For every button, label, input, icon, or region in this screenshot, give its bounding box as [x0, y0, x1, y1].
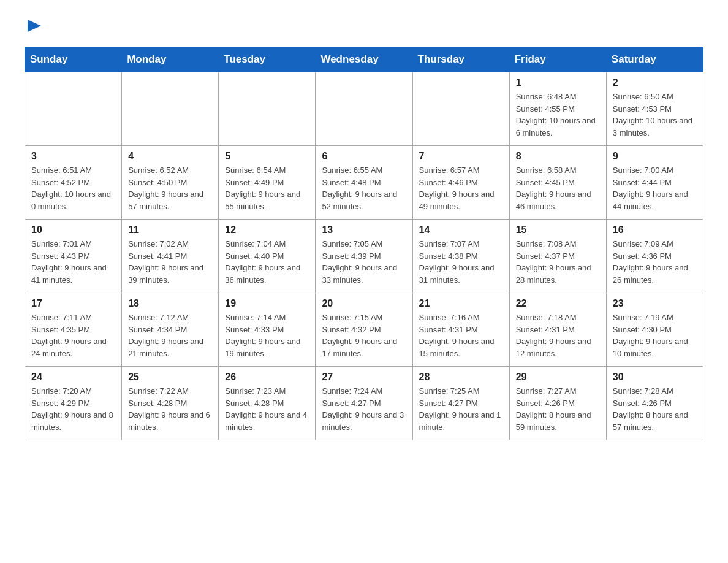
day-info: Sunrise: 7:20 AMSunset: 4:29 PMDaylight:…: [31, 385, 115, 433]
day-info: Sunrise: 6:48 AMSunset: 4:55 PMDaylight:…: [516, 91, 600, 139]
calendar-cell: [412, 72, 509, 146]
day-info: Sunrise: 6:57 AMSunset: 4:46 PMDaylight:…: [419, 164, 503, 212]
calendar-cell: 17Sunrise: 7:11 AMSunset: 4:35 PMDayligh…: [25, 293, 122, 367]
calendar-week-row-2: 3Sunrise: 6:51 AMSunset: 4:52 PMDaylight…: [25, 146, 703, 220]
day-info: Sunrise: 7:28 AMSunset: 4:26 PMDaylight:…: [613, 385, 697, 433]
calendar-cell: 7Sunrise: 6:57 AMSunset: 4:46 PMDaylight…: [412, 146, 509, 220]
calendar-cell: 13Sunrise: 7:05 AMSunset: 4:39 PMDayligh…: [316, 220, 412, 293]
day-number: 5: [225, 151, 309, 162]
calendar-week-row-4: 17Sunrise: 7:11 AMSunset: 4:35 PMDayligh…: [25, 293, 703, 367]
day-info: Sunrise: 6:55 AMSunset: 4:48 PMDaylight:…: [322, 164, 406, 212]
calendar-cell: 21Sunrise: 7:16 AMSunset: 4:31 PMDayligh…: [412, 293, 509, 367]
calendar-cell: [25, 72, 122, 146]
day-number: 7: [419, 151, 503, 162]
calendar-cell: 3Sunrise: 6:51 AMSunset: 4:52 PMDaylight…: [25, 146, 122, 220]
calendar-cell: [122, 72, 219, 146]
calendar-cell: 28Sunrise: 7:25 AMSunset: 4:27 PMDayligh…: [412, 367, 509, 440]
calendar-week-row-5: 24Sunrise: 7:20 AMSunset: 4:29 PMDayligh…: [25, 367, 703, 440]
logo: [25, 18, 41, 34]
day-number: 8: [516, 151, 600, 162]
day-number: 28: [419, 372, 503, 383]
calendar-cell: 25Sunrise: 7:22 AMSunset: 4:28 PMDayligh…: [122, 367, 219, 440]
day-info: Sunrise: 7:22 AMSunset: 4:28 PMDaylight:…: [128, 385, 212, 433]
calendar-header-monday: Monday: [122, 47, 219, 72]
day-number: 16: [613, 224, 697, 236]
day-info: Sunrise: 6:54 AMSunset: 4:49 PMDaylight:…: [225, 164, 309, 212]
calendar-cell: 15Sunrise: 7:08 AMSunset: 4:37 PMDayligh…: [509, 220, 606, 293]
calendar-cell: 6Sunrise: 6:55 AMSunset: 4:48 PMDaylight…: [316, 146, 412, 220]
day-number: 9: [613, 151, 697, 162]
calendar-cell: 19Sunrise: 7:14 AMSunset: 4:33 PMDayligh…: [219, 293, 316, 367]
day-info: Sunrise: 7:11 AMSunset: 4:35 PMDaylight:…: [31, 312, 115, 359]
page-header: [25, 18, 703, 34]
day-info: Sunrise: 7:12 AMSunset: 4:34 PMDaylight:…: [128, 312, 212, 359]
day-info: Sunrise: 7:18 AMSunset: 4:31 PMDaylight:…: [516, 312, 600, 359]
day-number: 29: [516, 372, 600, 383]
day-info: Sunrise: 7:23 AMSunset: 4:28 PMDaylight:…: [225, 385, 309, 433]
day-number: 19: [225, 298, 309, 309]
calendar-cell: 4Sunrise: 6:52 AMSunset: 4:50 PMDaylight…: [122, 146, 219, 220]
calendar-cell: 24Sunrise: 7:20 AMSunset: 4:29 PMDayligh…: [25, 367, 122, 440]
day-number: 6: [322, 151, 406, 162]
calendar-cell: 30Sunrise: 7:28 AMSunset: 4:26 PMDayligh…: [606, 367, 703, 440]
calendar-cell: 16Sunrise: 7:09 AMSunset: 4:36 PMDayligh…: [606, 220, 703, 293]
day-number: 13: [322, 224, 406, 236]
day-number: 2: [613, 77, 697, 88]
day-number: 3: [31, 151, 115, 162]
calendar-cell: 18Sunrise: 7:12 AMSunset: 4:34 PMDayligh…: [122, 293, 219, 367]
day-number: 18: [128, 298, 212, 309]
calendar-cell: 5Sunrise: 6:54 AMSunset: 4:49 PMDaylight…: [219, 146, 316, 220]
calendar-cell: 12Sunrise: 7:04 AMSunset: 4:40 PMDayligh…: [219, 220, 316, 293]
day-number: 26: [225, 372, 309, 383]
calendar-table: SundayMondayTuesdayWednesdayThursdayFrid…: [25, 47, 703, 440]
day-info: Sunrise: 7:04 AMSunset: 4:40 PMDaylight:…: [225, 238, 309, 286]
logo-arrow-icon: [28, 20, 41, 32]
day-info: Sunrise: 7:05 AMSunset: 4:39 PMDaylight:…: [322, 238, 406, 286]
day-info: Sunrise: 7:09 AMSunset: 4:36 PMDaylight:…: [613, 238, 697, 286]
day-number: 22: [516, 298, 600, 309]
calendar-cell: 23Sunrise: 7:19 AMSunset: 4:30 PMDayligh…: [606, 293, 703, 367]
day-number: 15: [516, 224, 600, 236]
day-number: 23: [613, 298, 697, 309]
calendar-cell: 10Sunrise: 7:01 AMSunset: 4:43 PMDayligh…: [25, 220, 122, 293]
calendar-cell: 11Sunrise: 7:02 AMSunset: 4:41 PMDayligh…: [122, 220, 219, 293]
calendar-week-row-1: 1Sunrise: 6:48 AMSunset: 4:55 PMDaylight…: [25, 72, 703, 146]
day-number: 14: [419, 224, 503, 236]
calendar-header-thursday: Thursday: [412, 47, 509, 72]
svg-marker-0: [28, 20, 41, 32]
day-info: Sunrise: 7:00 AMSunset: 4:44 PMDaylight:…: [613, 164, 697, 212]
day-info: Sunrise: 7:24 AMSunset: 4:27 PMDaylight:…: [322, 385, 406, 433]
day-number: 24: [31, 372, 115, 383]
calendar-header-sunday: Sunday: [25, 47, 122, 72]
day-info: Sunrise: 6:52 AMSunset: 4:50 PMDaylight:…: [128, 164, 212, 212]
day-info: Sunrise: 7:19 AMSunset: 4:30 PMDaylight:…: [613, 312, 697, 359]
calendar-cell: [316, 72, 412, 146]
day-info: Sunrise: 6:50 AMSunset: 4:53 PMDaylight:…: [613, 91, 697, 139]
day-info: Sunrise: 6:58 AMSunset: 4:45 PMDaylight:…: [516, 164, 600, 212]
calendar-cell: 8Sunrise: 6:58 AMSunset: 4:45 PMDaylight…: [509, 146, 606, 220]
day-number: 11: [128, 224, 212, 236]
day-number: 21: [419, 298, 503, 309]
day-number: 20: [322, 298, 406, 309]
calendar-cell: 1Sunrise: 6:48 AMSunset: 4:55 PMDaylight…: [509, 72, 606, 146]
calendar-cell: 26Sunrise: 7:23 AMSunset: 4:28 PMDayligh…: [219, 367, 316, 440]
day-number: 12: [225, 224, 309, 236]
day-info: Sunrise: 7:02 AMSunset: 4:41 PMDaylight:…: [128, 238, 212, 286]
day-number: 30: [613, 372, 697, 383]
day-number: 10: [31, 224, 115, 236]
calendar-header-tuesday: Tuesday: [219, 47, 316, 72]
calendar-cell: 22Sunrise: 7:18 AMSunset: 4:31 PMDayligh…: [509, 293, 606, 367]
calendar-header-wednesday: Wednesday: [316, 47, 412, 72]
day-info: Sunrise: 6:51 AMSunset: 4:52 PMDaylight:…: [31, 164, 115, 212]
calendar-cell: 20Sunrise: 7:15 AMSunset: 4:32 PMDayligh…: [316, 293, 412, 367]
calendar-cell: 2Sunrise: 6:50 AMSunset: 4:53 PMDaylight…: [606, 72, 703, 146]
calendar-cell: [219, 72, 316, 146]
day-number: 1: [516, 77, 600, 88]
day-info: Sunrise: 7:08 AMSunset: 4:37 PMDaylight:…: [516, 238, 600, 286]
day-info: Sunrise: 7:07 AMSunset: 4:38 PMDaylight:…: [419, 238, 503, 286]
day-number: 4: [128, 151, 212, 162]
day-info: Sunrise: 7:01 AMSunset: 4:43 PMDaylight:…: [31, 238, 115, 286]
calendar-week-row-3: 10Sunrise: 7:01 AMSunset: 4:43 PMDayligh…: [25, 220, 703, 293]
calendar-header-friday: Friday: [509, 47, 606, 72]
calendar-cell: 14Sunrise: 7:07 AMSunset: 4:38 PMDayligh…: [412, 220, 509, 293]
